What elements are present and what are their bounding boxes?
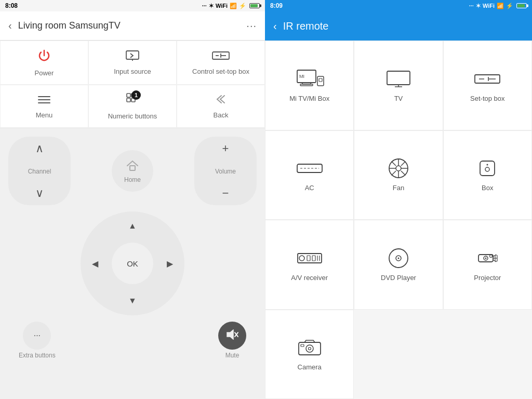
av-icon	[295, 248, 324, 269]
channel-label: Channel	[28, 168, 51, 175]
fan-label: Fan	[393, 184, 404, 192]
ir-box-button[interactable]: Box	[443, 130, 532, 220]
dpad-right-button[interactable]: ▶	[159, 253, 180, 274]
left-status-bar: 8:08 ··· ✶ WiFi 📶 ⚡	[0, 0, 265, 11]
dpad-down-button[interactable]: ▼	[122, 290, 143, 311]
ir-devices-grid: MI Mi TV/Mi Box TV	[265, 41, 532, 399]
mute-icon	[226, 329, 238, 342]
left-header: ‹ Living room SamsungTV ···	[0, 11, 265, 41]
ir-settop-button[interactable]: Set-top box	[443, 41, 532, 130]
left-status-icons: ··· ✶ WiFi 📶 ⚡	[202, 3, 260, 9]
ac-label: AC	[305, 184, 314, 192]
svg-rect-24	[387, 71, 410, 85]
right-header: ‹ IR remote	[265, 11, 532, 41]
channel-up-icon[interactable]: ∧	[35, 143, 44, 154]
ir-av-button[interactable]: A/V receiver	[265, 220, 354, 310]
right-charge-icon: ⚡	[506, 3, 513, 9]
bottom-buttons-row: ··· Extra buttons Mute	[8, 322, 257, 359]
mute-button[interactable]	[218, 322, 246, 350]
ir-ac-button[interactable]: AC	[265, 130, 354, 220]
volume-control[interactable]: + Volume −	[194, 137, 257, 205]
right-bluetooth-icon: ✶	[476, 3, 481, 9]
extra-icon: ···	[34, 331, 41, 340]
input-label: Input source	[114, 68, 151, 75]
tv-icon	[384, 69, 413, 89]
projector-icon	[473, 248, 502, 269]
wifi-icon: WiFi	[216, 3, 228, 9]
mute-label: Mute	[225, 352, 240, 359]
bluetooth-icon: ✶	[209, 3, 214, 9]
ir-empty-2	[443, 310, 532, 400]
dvd-icon	[384, 248, 413, 269]
svg-rect-12	[127, 98, 130, 102]
home-button[interactable]: Home	[112, 150, 153, 192]
ok-button[interactable]: OK	[112, 243, 153, 284]
mitv-label: Mi TV/Mi Box	[289, 95, 329, 102]
power-button[interactable]: Power	[0, 41, 88, 85]
extra-buttons[interactable]: ···	[23, 322, 51, 350]
av-label: A/V receiver	[291, 274, 328, 282]
projector-label: Projector	[474, 274, 501, 282]
right-battery-icon	[516, 3, 527, 8]
menu-button[interactable]: Menu	[0, 85, 88, 128]
camera-icon	[295, 337, 324, 358]
mitv-icon: MI	[295, 69, 324, 89]
ir-fan-button[interactable]: Fan	[354, 130, 443, 220]
svg-point-59	[490, 255, 493, 257]
svg-point-58	[485, 257, 487, 259]
numeric-badge: 1	[131, 90, 141, 100]
menu-icon	[37, 94, 51, 108]
page-title: Living room SamsungTV	[18, 20, 247, 31]
settop-button[interactable]: Control set-top box	[177, 41, 265, 85]
ac-icon	[295, 158, 324, 179]
ir-dvd-button[interactable]: DVD Player	[354, 220, 443, 310]
input-source-button[interactable]: Input source	[88, 41, 177, 85]
svg-rect-44	[480, 161, 495, 176]
dpad: ▲ ▼ ◀ ▶ OK	[81, 211, 184, 315]
ir-mitv-button[interactable]: MI Mi TV/Mi Box	[265, 41, 354, 130]
channel-down-icon[interactable]: ∨	[35, 188, 44, 199]
ir-camera-button[interactable]: Camera	[265, 310, 354, 400]
dvd-label: DVD Player	[381, 274, 416, 282]
svg-text:MI: MI	[299, 74, 304, 79]
charge-icon: ⚡	[239, 3, 246, 9]
svg-rect-28	[475, 75, 500, 83]
controls-grid: Power Input source	[0, 41, 265, 128]
home-icon	[125, 158, 140, 175]
dpad-up-button[interactable]: ▲	[122, 216, 143, 236]
svg-point-45	[485, 167, 489, 171]
svg-rect-49	[307, 256, 310, 261]
ir-tv-button[interactable]: TV	[354, 41, 443, 130]
dpad-left-button[interactable]: ◀	[85, 253, 105, 274]
svg-rect-67	[301, 344, 304, 347]
right-sim-icon: 📶	[497, 3, 504, 9]
ir-back-button[interactable]: ‹	[273, 20, 277, 32]
remote-control-area: ∧ Channel ∨ Home + Volume −	[0, 128, 265, 399]
numeric-buttons[interactable]: 1 Numeric buttons	[88, 85, 177, 128]
right-wifi-icon: WiFi	[483, 3, 495, 9]
camera-label: Camera	[298, 363, 322, 371]
sim-icon: 📶	[230, 3, 237, 9]
battery-icon	[249, 3, 260, 8]
ir-projector-button[interactable]: Projector	[443, 220, 532, 310]
more-options-button[interactable]: ···	[246, 20, 257, 32]
svg-line-42	[401, 162, 406, 166]
volume-label: Volume	[215, 168, 236, 175]
tv-label: TV	[394, 95, 403, 102]
volume-up-icon[interactable]: +	[222, 143, 229, 154]
settop-icon	[211, 50, 230, 64]
settop-label: Control set-top box	[192, 68, 249, 75]
settopbox-icon	[473, 69, 502, 89]
back-nav-button[interactable]: Back	[177, 85, 265, 128]
input-icon	[125, 50, 140, 64]
channel-control[interactable]: ∧ Channel ∨	[8, 137, 71, 205]
svg-marker-15	[227, 330, 233, 339]
right-time: 8:09	[270, 2, 283, 9]
back-button[interactable]: ‹	[8, 20, 12, 32]
volume-down-icon[interactable]: −	[222, 188, 229, 199]
power-icon	[37, 48, 51, 66]
svg-rect-20	[300, 84, 313, 86]
svg-point-65	[306, 345, 313, 352]
signal-icon: ···	[202, 3, 207, 9]
right-signal-icon: ···	[469, 3, 474, 9]
